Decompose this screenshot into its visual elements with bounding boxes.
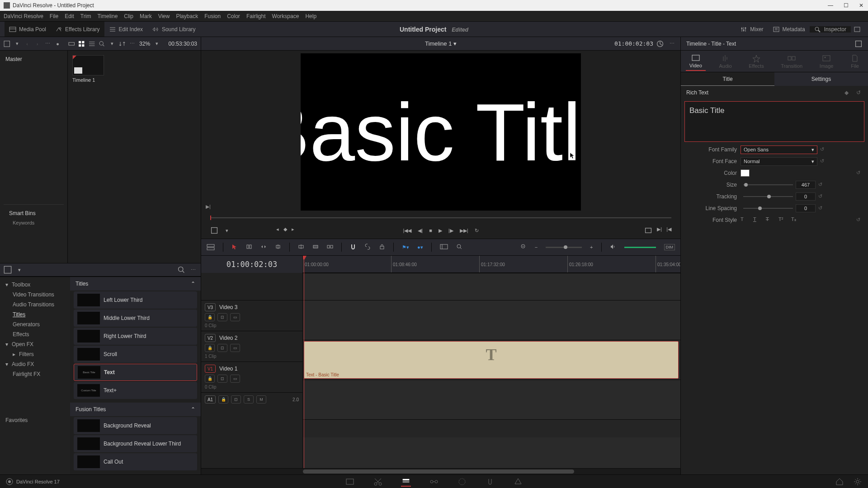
trim-tool-icon[interactable] [246,244,252,251]
subscript-button[interactable]: T₂ [791,216,798,224]
title-item[interactable]: Left Lower Third [74,291,197,309]
reset-icon[interactable]: ↺ [820,146,826,153]
mute-button[interactable]: M [256,395,266,404]
dynamic-trim-icon[interactable] [260,244,267,251]
track-header-v1[interactable]: V1Video 1 🔒⊡▭ 0 Clip [201,361,302,392]
viewer-scrubber[interactable] [201,213,680,222]
stop-icon[interactable]: ■ [429,228,432,233]
page-cut-icon[interactable] [373,477,383,487]
insp-tab-image[interactable]: Image [816,52,837,70]
insp-tab-effects[interactable]: Effects [745,52,767,70]
tree-generators[interactable]: Generators [2,319,68,329]
tree-effects[interactable]: Effects [2,329,68,339]
volume-icon[interactable] [610,244,616,251]
bin-list-icon[interactable] [4,266,12,274]
tracking-slider[interactable] [743,196,793,197]
zoom-out-icon[interactable] [520,244,527,251]
title-item[interactable]: Right Lower Third [74,328,197,345]
playhead[interactable] [304,256,304,468]
menu-fairlight[interactable]: Fairlight [246,13,266,19]
tree-video-transitions[interactable]: Video Transitions [2,290,68,300]
tree-filters[interactable]: ▸Filters [2,349,68,359]
line-spacing-slider[interactable] [743,208,793,209]
auto-select-icon[interactable]: ⊡ [217,375,227,383]
volume-slider[interactable] [624,247,656,248]
page-fusion-icon[interactable] [429,477,439,487]
menu-color[interactable]: Color [227,13,240,19]
track-label[interactable]: V1 [205,365,216,373]
chevron-down-icon[interactable]: ▾ [15,266,24,274]
tree-favorites[interactable]: Favorites [2,415,68,425]
tree-titles[interactable]: Titles [2,310,68,319]
solo-button[interactable]: S [244,395,254,404]
track-header-v3[interactable]: V3Video 3 🔒⊡▭ 0 Clip [201,300,302,331]
tree-audio-transitions[interactable]: Audio Transitions [2,300,68,310]
menu-dots-icon[interactable]: ⋯ [129,40,136,48]
page-edit-icon[interactable] [401,477,411,487]
chevron-down-icon[interactable]: ▾ [109,40,115,48]
insp-subtab-title[interactable]: Title [681,72,774,86]
nav-last-icon[interactable]: ▸ [292,226,294,235]
bin-area[interactable]: Timeline 1 [68,51,201,263]
marker-icon[interactable]: ●▾ [417,244,423,250]
keywords-bin[interactable]: Keywords [7,218,60,227]
size-value[interactable]: 467 [796,181,816,189]
mark-in-icon[interactable]: ▶| [657,226,662,235]
menu-workspace[interactable]: Workspace [272,13,299,19]
dim-button[interactable]: DIM [664,244,675,250]
view-strip-icon[interactable] [68,40,75,48]
page-fairlight-icon[interactable] [485,477,495,487]
flag-icon[interactable]: ⚑▾ [402,244,409,250]
sort-icon[interactable] [119,40,125,48]
page-media-icon[interactable] [345,477,355,487]
replace-icon[interactable] [327,244,333,251]
zoom-percent[interactable]: 32% [139,41,150,47]
reset-icon[interactable]: ↺ [818,193,825,200]
loop-icon[interactable]: ↻ [475,228,479,234]
index-icon[interactable] [440,244,448,251]
track-label[interactable]: V2 [205,334,216,342]
record-icon[interactable]: ● [54,40,61,48]
zoom-icon[interactable] [456,244,462,251]
page-deliver-icon[interactable] [513,477,523,487]
transform-icon[interactable] [210,226,218,235]
color-swatch[interactable] [741,169,750,177]
lock-icon[interactable]: 🔒 [205,375,215,383]
go-start-icon[interactable]: |◀◀ [403,228,411,234]
keyframe-icon[interactable]: ◆ [844,89,851,96]
titles-group-header[interactable]: Titles⌃ [70,277,201,291]
zoom-slider[interactable] [546,247,582,248]
page-color-icon[interactable] [457,477,467,487]
fusion-title-item[interactable]: Background Reveal [74,417,197,434]
timeline-scrollbar[interactable] [201,468,680,474]
master-bin[interactable]: Master [4,54,64,64]
home-icon[interactable] [835,477,844,487]
tab-sound-library[interactable]: Sound Library [147,22,200,37]
tab-media-pool[interactable]: Media Pool [5,22,51,37]
collapse-icon[interactable]: ⌃ [191,281,195,287]
reset-icon[interactable]: ↺ [820,158,826,164]
insp-tab-video[interactable]: Video [686,52,706,71]
track-lane-v1[interactable] [303,380,680,419]
tab-inspector[interactable]: Inspector [810,26,851,33]
menu-trim[interactable]: Trim [80,13,91,19]
fusion-title-item[interactable]: Background Reveal Lower Third [74,435,197,452]
track-lane-v2[interactable]: T Text - Basic Title [303,340,680,380]
auto-select-icon[interactable]: ⊡ [217,344,227,352]
prev-frame-icon[interactable]: ◀| [418,228,423,234]
text-input[interactable]: Basic Title [684,101,864,142]
settings-gear-icon[interactable] [853,477,863,487]
auto-select-icon[interactable]: ⊡ [217,313,227,321]
title-item-text[interactable]: Basic TitleText [74,364,197,381]
size-slider[interactable] [743,184,793,185]
timeline-view-icon[interactable] [207,243,215,251]
menu-help[interactable]: Help [305,13,316,19]
play-icon[interactable]: ▶ [439,228,442,234]
fusion-titles-header[interactable]: Fusion Titles⌃ [70,403,201,416]
lock-icon[interactable]: 🔒 [205,344,215,352]
insp-tab-file[interactable]: File [847,52,863,70]
fusion-title-item[interactable]: Call Out [74,453,197,470]
go-end-icon[interactable]: ▶▶| [460,228,468,234]
lock-icon[interactable]: 🔒 [218,395,228,404]
viewer-timeline-name[interactable]: Timeline 1 ▾ [425,40,457,47]
